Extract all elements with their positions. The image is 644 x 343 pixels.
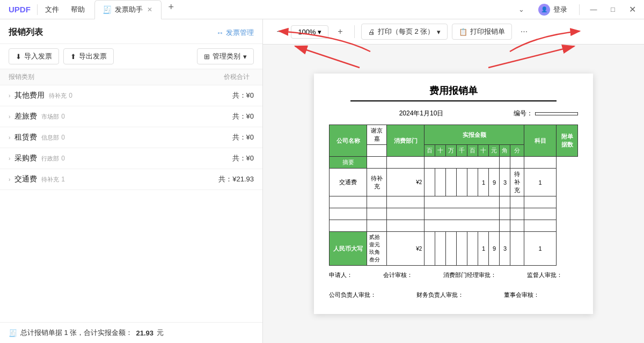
empty-cell [425,220,500,232]
item-count: 1 [61,176,65,183]
print-report-button[interactable]: 📋 打印报销单 [452,24,512,40]
th-bai: 百 [425,145,435,157]
zoom-in-button[interactable]: + [333,24,348,39]
empty-cell [330,208,367,220]
row1-d-b5 [467,169,478,196]
toolbar-left-btns: ⬇ 导入发票 ⬆ 导出发票 [9,48,114,64]
item-count: 0 [61,155,65,162]
sign-row-1: 申请人： 会计审核： 消费部门经理审批： 监督人审批： [329,271,578,279]
th-amount-header: 实报金额 [425,125,524,145]
row1-d-jiao: 9 [489,169,500,196]
print-report-label: 打印报销单 [470,27,505,37]
close-btn[interactable]: ✕ [625,2,640,17]
empty-cell [510,220,524,232]
list-item[interactable]: › 差旅费 市场部 0 共：¥0 [0,106,262,127]
th-shi: 十 [435,145,446,157]
sign-dept-manager: 消费部门经理审批： [443,271,496,279]
maximize-btn[interactable]: □ [605,2,620,17]
collapse-btn[interactable]: ⌄ [514,2,529,17]
menu-file[interactable]: 文件 [40,3,64,17]
list-item[interactable]: › 采购费 行政部 0 共：¥0 [0,148,262,169]
total-label: 人民币大写 [330,232,367,266]
empty-cell [367,208,387,220]
empty-cell [500,220,510,232]
total-yuan: 1 [478,232,489,266]
table-header: 报销类别 价税合计 [0,69,262,85]
menu-help[interactable]: 帮助 [65,3,90,17]
divider [37,4,38,15]
list-item[interactable]: › 交通费 待补充 1 共：¥21.93 [0,169,262,190]
item-amount: 共：¥0 [232,133,254,142]
col-header-category: 报销类别 [9,72,189,82]
item-amount: 共：¥21.93 [218,174,254,184]
avatar: 👤 [538,4,550,16]
doc-title: 费用报销单 [329,84,578,97]
tab-close-btn[interactable]: ✕ [146,5,153,14]
printer-icon: 🖨 [368,28,375,36]
print-label: 打印（每页 2 张） [378,27,434,37]
minimize-btn[interactable]: — [586,2,601,17]
invoice-mgmt-label: 发票管理 [226,28,254,38]
item-name: 差旅费 [14,112,37,121]
print-chevron-icon: ▾ [437,28,441,36]
item-name: 其他费用 [14,91,45,100]
right-area-wrapper: − 100% ▾ + 🖨 打印（每页 2 张） ▾ 📋 打印报销单 ··· 费用… [263,19,644,343]
item-count: 0 [69,92,72,99]
tab-label: 发票助手 [115,5,143,14]
list-item[interactable]: › 其他费用 待补充 0 共：¥0 [0,85,262,106]
export-invoice-button[interactable]: ⬆ 导出发票 [63,48,114,64]
main-layout: 报销列表 ↔ 发票管理 ⬇ 导入发票 ⬆ 导出发票 ⊞ 管理类别 ▾ [0,19,644,343]
empty-cell [387,220,425,232]
empty-cell [330,196,367,208]
th-fen: 分 [510,145,524,157]
print-button[interactable]: 🖨 打印（每页 2 张） ▾ [361,24,448,40]
left-toolbar: ⬇ 导入发票 ⬆ 导出发票 ⊞ 管理类别 ▾ [0,44,262,69]
import-invoice-button[interactable]: ⬇ 导入发票 [9,48,59,64]
spacer3 [387,157,425,169]
th-subject: 科目 [524,125,557,157]
spacer4 [425,157,500,169]
tab-invoice-assistant[interactable]: 🧾 发票助手 ✕ [94,0,162,19]
row1-d-yuan: 1 [478,169,489,196]
th-bai2: 百 [467,145,478,157]
zoom-out-button[interactable]: − [272,24,287,39]
export-icon: ⬆ [70,53,76,61]
login-button[interactable]: 👤 登录 [533,2,573,18]
item-name: 采购费 [14,154,37,163]
total-fen: 3 [500,232,510,266]
category-chevron: ▾ [243,53,247,61]
row1-summary: 交通费 [330,169,367,196]
list-item[interactable]: › 租赁费 信息部 0 共：¥0 [0,127,262,148]
empty-cell [330,220,367,232]
invoice-mgmt-button[interactable]: ↔ 发票管理 [216,28,254,38]
row1-subject: 待补充 [510,169,524,196]
empty-cell [425,196,500,208]
export-label: 导出发票 [79,52,107,61]
doc-no: 编号： [514,109,578,118]
zoom-selector[interactable]: 100% ▾ [291,25,328,39]
sign-accounting: 会计审核： [383,271,413,279]
spacer2 [367,157,387,169]
empty-cell [510,208,524,220]
empty-cell [387,196,425,208]
item-tag: 行政部 [41,155,59,163]
sign-applicant: 申请人： [329,271,353,279]
row1-sign: ¥2 [387,169,425,196]
spacer6 [510,157,524,169]
expense-table: 公司名称 谢京嘉 消费部门 实报金额 科目 附单据数 百 十 万 [329,125,578,266]
th-qian: 千 [457,145,467,157]
left-title: 报销列表 [9,27,43,38]
total-jiao: 9 [489,232,500,266]
item-count: 0 [61,113,65,120]
zoom-value-text: 100% [298,28,316,36]
more-options-button[interactable]: ··· [516,24,531,39]
import-icon: ⬇ [16,53,21,61]
sign-area: 申请人： 会计审核： 消费部门经理审批： 监督人审批： 公司负责人审批： 财务负… [329,271,578,299]
th-summary: 摘要 [330,157,367,169]
manage-category-button[interactable]: ⊞ 管理类别 ▾ [197,48,254,64]
footer-text: 总计报销单据 1 张，合计实报金额： [20,328,133,338]
category-icon: ⊞ [204,53,210,61]
tabs-area: 🧾 发票助手 ✕ + [94,0,514,19]
empty-cell [367,196,387,208]
new-tab-button[interactable]: + [164,0,179,15]
